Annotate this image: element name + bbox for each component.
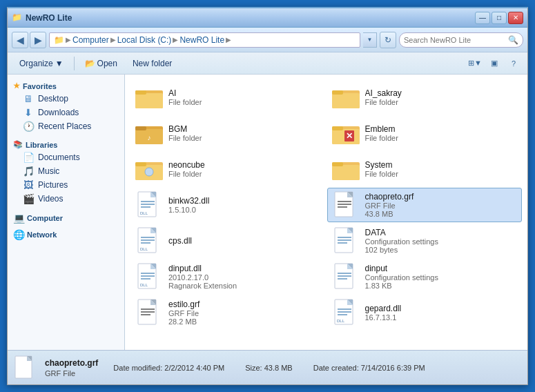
svg-rect-22	[332, 162, 343, 166]
svg-text:DLL: DLL	[337, 319, 345, 323]
estilo-icon	[135, 299, 163, 326]
status-date-created-label: Date created:	[313, 364, 359, 372]
nav-buttons: ◀ ▶	[12, 32, 46, 48]
pictures-icon: 🖼	[23, 179, 34, 190]
sidebar-item-recent-places[interactable]: 🕐 Recent Places	[8, 119, 124, 133]
preview-button[interactable]: ▣	[486, 55, 503, 72]
close-button[interactable]: ✕	[508, 12, 523, 24]
ai-sakray-type: File folder	[365, 98, 518, 106]
breadcrumb-newro-lite[interactable]: NewRO Lite	[179, 35, 224, 45]
sidebar-item-downloads[interactable]: ⬇ Downloads	[8, 106, 124, 119]
refresh-button[interactable]: ↻	[380, 32, 396, 48]
search-icon: 🔍	[508, 35, 518, 45]
breadcrumb-computer[interactable]: Computer	[72, 35, 109, 45]
forward-button[interactable]: ▶	[30, 32, 46, 48]
svg-rect-21	[332, 165, 360, 180]
open-label: Open	[97, 59, 117, 68]
neoncube-name: neoncube	[168, 160, 321, 170]
new-folder-button[interactable]: New folder	[126, 55, 178, 72]
sidebar-item-pictures[interactable]: 🖼 Pictures	[8, 178, 124, 192]
organize-label: Organize	[19, 59, 53, 68]
file-item-neoncube[interactable]: neoncube File folder	[130, 152, 326, 186]
breadcrumb-sep-2: ▶	[173, 36, 178, 43]
svg-text:✕: ✕	[346, 131, 353, 141]
ai-file-info: AI File folder	[168, 88, 321, 106]
svg-rect-71	[338, 308, 351, 310]
videos-icon: 🎬	[23, 193, 34, 204]
breadcrumb-local-disk[interactable]: Local Disk (C:)	[117, 35, 172, 45]
svg-rect-28	[141, 206, 150, 208]
file-item-data[interactable]: DATA Configuration settings 102 bytes	[327, 224, 523, 258]
file-item-dinput-cfg[interactable]: dinput Configuration settings 1.83 KB	[327, 259, 523, 294]
svg-text:DLL: DLL	[140, 247, 148, 251]
file-item-cps[interactable]: DLL cps.dll	[130, 224, 326, 258]
svg-rect-73	[338, 314, 347, 315]
ai-name: AI	[168, 88, 321, 98]
estilo-size: 28.2 MB	[168, 317, 321, 326]
file-item-binkw32[interactable]: DLL binkw32.dll 1.5.10.0	[130, 188, 326, 222]
minimize-button[interactable]: —	[475, 12, 490, 24]
cps-icon: DLL	[135, 227, 163, 255]
sidebar-item-music[interactable]: 🎵 Music	[8, 164, 124, 178]
breadcrumb-dropdown[interactable]: ▼	[363, 32, 377, 48]
libraries-section[interactable]: 📚 Libraries	[8, 139, 124, 150]
address-bar: ◀ ▶ 📁 ▶ Computer ▶ Local Disk (C:) ▶ New…	[8, 28, 527, 52]
file-item-system[interactable]: System File folder	[327, 152, 523, 186]
ai-sakray-file-info: AI_sakray File folder	[365, 88, 518, 106]
new-folder-label: New folder	[133, 59, 172, 68]
system-file-info: System File folder	[365, 160, 518, 178]
dinput-dll-icon: DLL	[135, 263, 163, 291]
bgm-type: File folder	[168, 134, 321, 142]
file-item-ai-sakray[interactable]: AI_sakray File folder	[327, 80, 523, 115]
svg-rect-47	[338, 239, 351, 241]
sidebar-item-music-label: Music	[38, 166, 59, 176]
breadcrumb-sep-0: ▶	[66, 36, 71, 43]
network-section[interactable]: 🌐 Network	[8, 228, 124, 242]
data-type: Configuration settings	[365, 237, 518, 246]
file-item-estilo[interactable]: estilo.grf GRF File 28.2 MB	[130, 295, 326, 330]
svg-rect-9	[135, 126, 146, 130]
file-item-gepard[interactable]: DLL gepard.dll 16.7.13.1	[327, 295, 523, 330]
sidebar-item-desktop-label: Desktop	[38, 94, 68, 104]
file-item-bgm[interactable]: ♪ BGM File folder	[130, 116, 326, 150]
svg-rect-3	[135, 90, 146, 95]
svg-rect-26	[141, 201, 155, 202]
maximize-button[interactable]: □	[492, 12, 507, 24]
open-button[interactable]: 📂 Open	[79, 55, 124, 72]
status-date-modified-value: 2/2/2012 4:40 PM	[164, 364, 224, 372]
file-item-dinput-dll[interactable]: DLL dinput.dll 2010.2.17.0 Ragnarok Exte…	[130, 259, 326, 294]
explorer-window: 📁 NewRO Lite — □ ✕ ◀ ▶ 📁 ▶ Computer ▶ Lo…	[7, 7, 528, 385]
file-item-ai[interactable]: AI File folder	[130, 80, 326, 115]
ai-folder-icon	[135, 84, 163, 111]
dinput-cfg-name: dinput	[365, 264, 518, 273]
binkw32-name: binkw32.dll	[168, 196, 321, 206]
help-button[interactable]: ?	[505, 55, 522, 72]
svg-rect-33	[338, 201, 351, 202]
emblem-file-info: Emblem File folder	[365, 124, 518, 142]
status-size: Size: 43.8 MB	[245, 364, 293, 372]
file-area: AI File folder AI_sakray	[125, 75, 527, 350]
file-item-chaopreto[interactable]: chaopreto.grf GRF File 43.8 MB	[327, 188, 523, 222]
back-button[interactable]: ◀	[12, 32, 28, 48]
emblem-folder-icon: ✕	[332, 119, 360, 147]
estilo-name: estilo.grf	[168, 300, 321, 309]
dinput-dll-type: 2010.2.17.0	[168, 273, 321, 282]
status-file-icon	[14, 355, 37, 380]
status-filetype: GRF File	[45, 369, 98, 378]
file-item-emblem[interactable]: ✕ Emblem File folder	[327, 116, 523, 150]
computer-section[interactable]: 💻 Computer	[8, 211, 124, 225]
sidebar-item-documents[interactable]: 📄 Documents	[8, 150, 124, 164]
sidebar-item-desktop[interactable]: 🖥 Desktop	[8, 92, 124, 106]
organize-button[interactable]: Organize ▼	[13, 55, 70, 72]
breadcrumb: 📁 ▶ Computer ▶ Local Disk (C:) ▶ NewRO L…	[49, 32, 360, 48]
title-bar: 📁 NewRO Lite — □ ✕	[8, 8, 527, 28]
network-icon: 🌐	[13, 229, 24, 240]
binkw32-icon: DLL	[135, 191, 163, 219]
favorites-section[interactable]: ★ Favorites	[8, 80, 124, 92]
view-options-button[interactable]: ⊞▼	[467, 55, 483, 72]
organize-arrow: ▼	[55, 59, 64, 68]
sidebar-item-videos[interactable]: 🎬 Videos	[8, 192, 124, 206]
search-input[interactable]	[404, 36, 508, 44]
svg-rect-61	[338, 278, 347, 280]
cps-file-info: cps.dll	[168, 236, 321, 246]
